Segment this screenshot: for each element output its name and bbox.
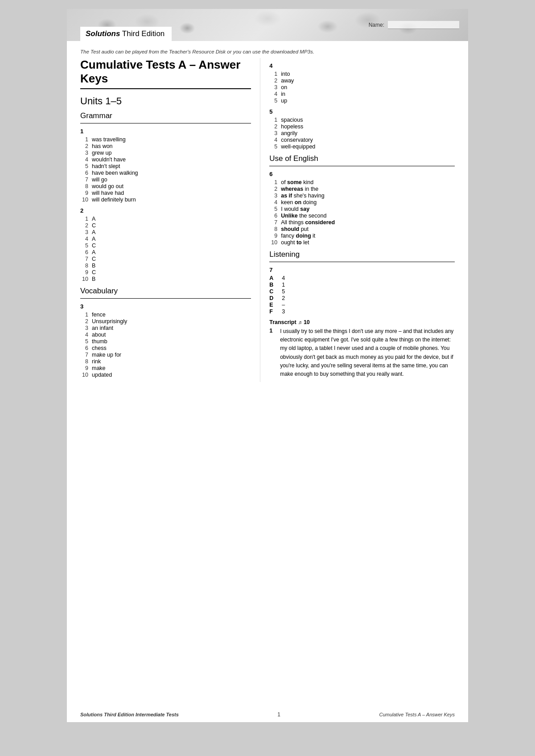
footer: Solutions Third Edition Intermediate Tes… — [80, 711, 455, 718]
q1-answers: 1was travelling 2has won 3grew up 4would… — [80, 136, 251, 203]
solutions-logo: Solutions Third Edition — [80, 27, 172, 41]
list-item: 6Unlike the second — [269, 213, 455, 219]
list-item: 3an infant — [80, 325, 251, 331]
header-banner: Solutions Third Edition Name: — [67, 9, 468, 41]
list-item: 2whereas in the — [269, 186, 455, 192]
q7-grid: A4 B1 C5 D2 E– F3 — [269, 275, 455, 315]
list-item: 4about — [80, 332, 251, 338]
listening-letter: C — [269, 288, 280, 295]
list-item: 1was travelling — [80, 136, 251, 143]
footer-center: 1 — [277, 711, 280, 718]
list-item: 5C — [80, 242, 251, 249]
list-item: 7All things considered — [269, 219, 455, 226]
q1-label: 1 — [80, 128, 251, 135]
list-item: 4conservatory — [269, 137, 455, 143]
list-item: 2away — [269, 78, 455, 84]
transcript-audio: 10 — [304, 319, 310, 325]
list-item: 8B — [80, 263, 251, 269]
list-item: 9fancy doing it — [269, 233, 455, 239]
list-item: 6chess — [80, 345, 251, 351]
logo-bold: Solutions — [86, 29, 120, 38]
list-item: 1spacious — [269, 117, 455, 123]
list-item: 1of some kind — [269, 179, 455, 185]
transcript-header: Transcript ♬ 10 — [269, 319, 455, 325]
section-listening-title: Listening — [269, 250, 455, 259]
q4-label: 4 — [269, 62, 455, 69]
q3-label: 3 — [80, 303, 251, 310]
transcript-text: I usually try to sell the things I don't… — [280, 327, 455, 378]
list-item: 2C — [80, 222, 251, 229]
q2-answers: 1A 2C 3A 4A 5C 6A 7C 8B 9C 10B — [80, 216, 251, 282]
list-item: 3grew up — [80, 150, 251, 156]
name-label: Name: — [369, 22, 384, 28]
page: Solutions Third Edition Name: The Test a… — [67, 9, 468, 722]
transcript-label: Transcript — [269, 319, 296, 325]
audio-icon: ♬ — [298, 320, 302, 325]
list-item: 7C — [80, 256, 251, 262]
name-input-box[interactable] — [388, 21, 459, 29]
list-item: 3A — [80, 229, 251, 235]
list-item: 4in — [269, 91, 455, 97]
q3-answers: 1fence 2Unsurprisingly 3an infant 4about… — [80, 312, 251, 378]
transcript-num: 1 — [269, 327, 276, 378]
section-vocabulary-title: Vocabulary — [80, 287, 251, 296]
list-item: 9will have had — [80, 190, 251, 196]
footer-left: Solutions Third Edition Intermediate Tes… — [80, 712, 179, 717]
list-item: 5thumb — [80, 338, 251, 345]
section-units-title: Units 1–5 — [80, 95, 251, 107]
right-column: 4 1into 2away 3on 4in 5up 5 1spacious 2h… — [260, 58, 455, 382]
q6-answers: 1of some kind 2whereas in the 3as if she… — [269, 179, 455, 246]
section-use-of-english-title: Use of English — [269, 154, 455, 163]
list-item: 1into — [269, 71, 455, 77]
left-column: Cumulative Tests A – Answer Keys Units 1… — [80, 58, 260, 382]
list-item: 2Unsurprisingly — [80, 318, 251, 325]
q7-label: 7 — [269, 267, 455, 273]
listening-letter: B — [269, 282, 280, 288]
footer-right: Cumulative Tests A – Answer Keys — [379, 712, 455, 717]
header: Solutions Third Edition Name: — [67, 9, 468, 41]
q6-label: 6 — [269, 171, 455, 177]
q2-label: 2 — [80, 207, 251, 214]
list-item: 10updated — [80, 372, 251, 378]
list-item: 4wouldn't have — [80, 156, 251, 163]
list-item: 7will go — [80, 177, 251, 183]
list-item: 10will definitely burn — [80, 197, 251, 203]
list-item: 4keen on doing — [269, 199, 455, 205]
list-item: 9C — [80, 269, 251, 275]
list-item: 6have been walking — [80, 170, 251, 176]
list-item: 3on — [269, 84, 455, 90]
list-item: 4A — [80, 236, 251, 242]
footer-logo-bold: Solutions — [80, 712, 103, 717]
content-area: Cumulative Tests A – Answer Keys Units 1… — [67, 58, 468, 382]
list-item: 5hadn't slept — [80, 163, 251, 169]
listening-letter: A — [269, 275, 280, 281]
list-item: 6A — [80, 249, 251, 255]
audio-note: The Test audio can be played from the Te… — [67, 45, 468, 58]
listening-letter: F — [269, 308, 280, 315]
logo-rest: Third Edition — [120, 29, 165, 38]
list-item: 8rink — [80, 358, 251, 365]
list-item: 5I would say — [269, 206, 455, 212]
main-title: Cumulative Tests A – Answer Keys — [80, 58, 251, 89]
q4-answers: 1into 2away 3on 4in 5up — [269, 71, 455, 104]
footer-logo-rest: Third Edition Intermediate Tests — [104, 712, 179, 717]
list-item: 3as if she's having — [269, 193, 455, 199]
list-item: 5up — [269, 98, 455, 104]
list-item: 8would go out — [80, 183, 251, 189]
list-item: 2has won — [80, 143, 251, 149]
section-grammar-title: Grammar — [80, 111, 251, 120]
listening-letter: E — [269, 302, 280, 308]
name-field: Name: — [369, 21, 459, 29]
list-item: 3angrily — [269, 130, 455, 136]
list-item: 1fence — [80, 312, 251, 318]
list-item: 2hopeless — [269, 123, 455, 130]
q5-label: 5 — [269, 108, 455, 115]
transcript-item: 1 I usually try to sell the things I don… — [269, 327, 455, 378]
list-item: 8should put — [269, 226, 455, 232]
q5-answers: 1spacious 2hopeless 3angrily 4conservato… — [269, 117, 455, 150]
list-item: 10B — [80, 276, 251, 282]
list-item: 1A — [80, 216, 251, 222]
list-item: 9make — [80, 365, 251, 371]
list-item: 10ought to let — [269, 239, 455, 246]
list-item: 5well-equipped — [269, 144, 455, 150]
